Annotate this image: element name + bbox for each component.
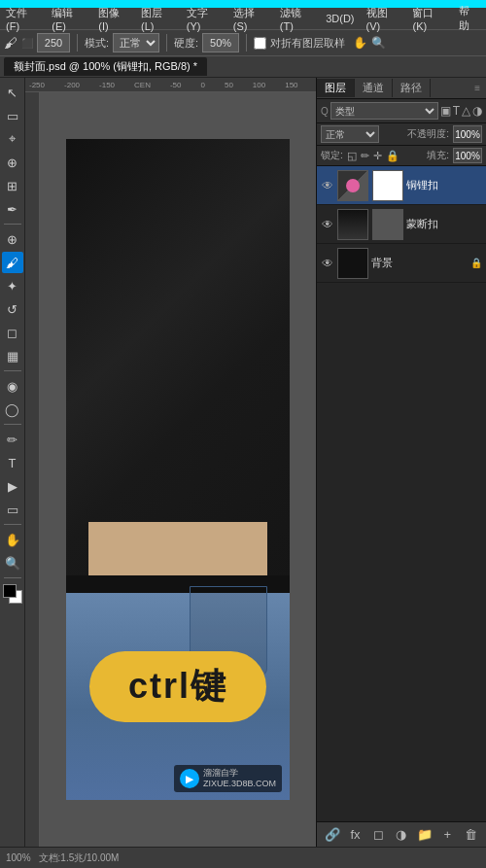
menu-bar: 文件(F) 编辑(E) 图像(I) 图层(L) 文字(Y) 选择(S) 滤镜(T…: [0, 8, 486, 29]
zoom-tool[interactable]: 🔍: [2, 552, 23, 573]
tab-paths[interactable]: 路径: [393, 79, 431, 97]
quick-select-tool[interactable]: ⊕: [2, 152, 23, 173]
tool-separator-4: [4, 524, 21, 525]
history-tool[interactable]: ↺: [2, 298, 23, 320]
mode-label: 模式:: [85, 36, 109, 51]
tab-bar: 额封面.psd @ 100% (铜锂扣, RGB/8) *: [0, 56, 486, 78]
gradient-tool[interactable]: ▦: [2, 345, 23, 366]
foreground-color[interactable]: [3, 584, 17, 598]
layers-lock-row: 锁定: ◱ ✏ ✛ 🔒 填充:: [317, 146, 486, 166]
text-tool[interactable]: T: [2, 452, 23, 473]
shape-filter-icon[interactable]: △: [462, 104, 470, 118]
heal-tool[interactable]: ⊕: [2, 228, 23, 250]
tools-panel: ↖ ▭ ⌖ ⊕ ⊞ ✒ ⊕ 🖌 ✦ ↺ ◻ ▦ ◉ ◯ ✏ T ▶ ▭ ✋ 🔍: [0, 78, 25, 847]
workspace: ↖ ▭ ⌖ ⊕ ⊞ ✒ ⊕ 🖌 ✦ ↺ ◻ ▦ ◉ ◯ ✏ T ▶ ▭ ✋ 🔍 …: [0, 78, 486, 847]
menu-help[interactable]: 帮助: [459, 4, 480, 33]
blur-tool[interactable]: ◉: [2, 375, 23, 397]
crop-tool[interactable]: ⊞: [2, 175, 23, 196]
blend-mode-select[interactable]: 正常: [321, 125, 379, 143]
adjust-filter-icon[interactable]: ◑: [472, 104, 482, 118]
menu-type[interactable]: 文字(Y): [187, 6, 222, 32]
lock-image-icon[interactable]: ✏: [361, 150, 369, 162]
align-checkbox[interactable]: [254, 37, 266, 50]
watermark-url: ZIXUE.3D8B.COM: [203, 779, 276, 789]
adjustment-layer-button[interactable]: ◑: [392, 825, 411, 845]
path-select-tool[interactable]: ▶: [2, 475, 23, 497]
layer-item-background[interactable]: 👁 背景 🔒: [317, 244, 486, 283]
layer-name-background: 背景: [371, 256, 468, 270]
menu-layer[interactable]: 图层(L): [141, 6, 175, 32]
brush-tool[interactable]: 🖌: [2, 252, 23, 273]
watermark: ▶ 溜溜自学 ZIXUE.3D8B.COM: [174, 765, 282, 792]
status-bar: 100% 文档:1.5兆/10.00M: [0, 847, 486, 868]
tab-layers[interactable]: 图层: [317, 79, 355, 97]
file-tab[interactable]: 额封面.psd @ 100% (铜锂扣, RGB/8) *: [4, 57, 207, 76]
hardness-input[interactable]: [202, 33, 239, 52]
lock-transparent-icon[interactable]: ◱: [347, 150, 357, 162]
hand-tool[interactable]: ✋: [2, 529, 23, 550]
lock-all-icon[interactable]: 🔒: [386, 150, 399, 162]
vertical-ruler: [25, 92, 40, 847]
ruler-tick: 150: [285, 81, 297, 89]
layers-search-row: Q 类型 ▣ T △ ◑: [317, 99, 486, 123]
fill-label: 填充:: [427, 149, 449, 162]
panel-collapse-icon[interactable]: ≡: [469, 83, 486, 93]
menu-image[interactable]: 图像(I): [98, 6, 129, 32]
delete-layer-button[interactable]: 🗑: [461, 825, 480, 845]
layer-mask-cloth: [372, 209, 403, 240]
dodge-tool[interactable]: ◯: [2, 399, 23, 420]
align-label: 对折有图层取样: [270, 36, 345, 51]
toolbar-separator: [77, 34, 78, 52]
tool-separator-3: [4, 424, 21, 425]
canvas-area: -250 -200 -150 CEN -50 0 50 100 150 COQ: [25, 78, 316, 847]
photo-canvas: ctrl键 ▶ 溜溜自学 ZIXUE.3D8B.COM: [40, 92, 316, 847]
toolbar-separator-2: [166, 34, 167, 52]
mode-select[interactable]: 正常: [113, 33, 159, 52]
hardness-label: 硬度:: [174, 36, 198, 51]
ctrl-label: ctrl键: [89, 651, 266, 722]
fx-button[interactable]: fx: [346, 825, 365, 845]
ruler-tick: -250: [29, 81, 45, 89]
layer-type-filter[interactable]: 类型: [330, 102, 438, 120]
menu-3d[interactable]: 3D(D): [326, 13, 354, 24]
menu-view[interactable]: 视图(V): [366, 6, 401, 32]
select-rect-tool[interactable]: ▭: [2, 105, 23, 126]
pixel-filter-icon[interactable]: ▣: [440, 104, 451, 118]
add-mask-button[interactable]: ◻: [368, 825, 388, 845]
menu-window[interactable]: 窗口(K): [412, 6, 447, 32]
search-filter-icon: Q: [321, 106, 329, 117]
new-layer-button[interactable]: +: [437, 825, 457, 845]
menu-select[interactable]: 选择(S): [233, 6, 268, 32]
brush-size-input[interactable]: [37, 33, 70, 52]
opacity-input[interactable]: [453, 125, 482, 143]
clone-tool[interactable]: ✦: [2, 275, 23, 296]
ruler-tick: CEN: [134, 81, 151, 89]
move-tool[interactable]: ↖: [2, 82, 23, 103]
menu-file[interactable]: 文件(F): [6, 6, 40, 32]
photo-content: ctrl键 ▶ 溜溜自学 ZIXUE.3D8B.COM: [66, 139, 290, 800]
layer-item-copper[interactable]: 👁 铜锂扣: [317, 166, 486, 205]
layer-thumb-cloth: [337, 209, 368, 240]
eyedropper-tool[interactable]: ✒: [2, 198, 23, 220]
eraser-tool[interactable]: ◻: [2, 322, 23, 343]
color-box[interactable]: [3, 584, 22, 604]
lock-position-icon[interactable]: ✛: [373, 150, 382, 162]
layer-eye-copper[interactable]: 👁: [321, 179, 334, 192]
link-layers-button[interactable]: 🔗: [323, 825, 342, 845]
menu-edit[interactable]: 编辑(E): [52, 6, 87, 32]
toolbar-separator-3: [246, 34, 247, 52]
layer-eye-cloth[interactable]: 👁: [321, 218, 334, 231]
menu-filter[interactable]: 滤镜(T): [280, 6, 314, 32]
tool-separator-2: [4, 370, 21, 371]
tab-channels[interactable]: 通道: [355, 79, 393, 97]
fill-input[interactable]: [453, 148, 482, 163]
pen-tool[interactable]: ✏: [2, 429, 23, 450]
layer-filter-icons: ▣ T △ ◑: [440, 104, 482, 118]
type-filter-icon[interactable]: T: [453, 104, 460, 118]
group-button[interactable]: 📁: [415, 825, 434, 845]
layer-mask-copper: [372, 170, 403, 201]
lasso-tool[interactable]: ⌖: [2, 128, 23, 150]
layer-item-cloth[interactable]: 👁 蒙断扣: [317, 205, 486, 244]
layer-eye-background[interactable]: 👁: [321, 257, 334, 270]
shape-tool[interactable]: ▭: [2, 499, 23, 520]
